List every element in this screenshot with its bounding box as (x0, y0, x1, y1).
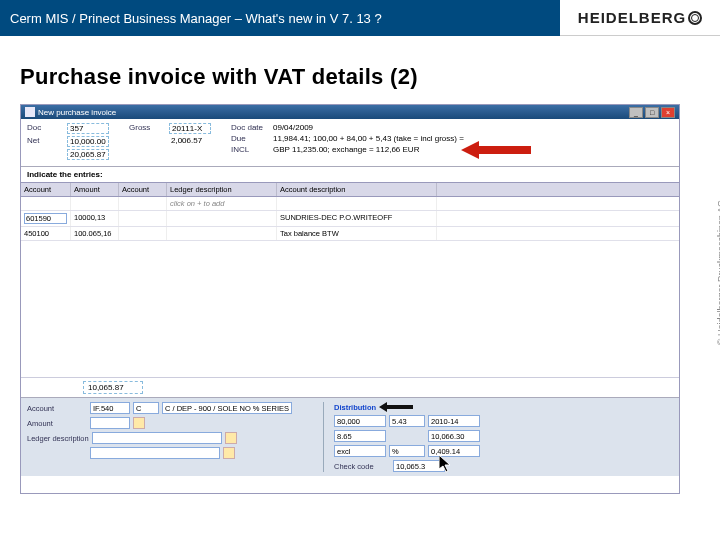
col-account[interactable]: Account (21, 183, 71, 196)
dist-pct-input[interactable] (389, 445, 425, 457)
table-row[interactable]: 450100 100.065,16 Tax balance BTW (21, 227, 679, 241)
totals-row: 10,065.87 (21, 377, 679, 397)
checkcode-input[interactable] (393, 460, 445, 472)
maximize-button[interactable]: □ (645, 107, 659, 118)
docdate-label: Doc date (231, 123, 267, 132)
folder-icon[interactable] (223, 447, 235, 459)
ledger-desc-input[interactable] (92, 432, 222, 444)
supplier-value: 20111-X (169, 123, 211, 134)
col-amount[interactable]: Amount (71, 183, 119, 196)
dist-val1-input[interactable] (334, 415, 386, 427)
close-button[interactable]: × (661, 107, 675, 118)
dist-val3-input[interactable] (428, 415, 480, 427)
account-code-input[interactable] (90, 402, 130, 414)
net-value: 10,000.00 (67, 136, 109, 147)
due-label: Due (231, 134, 267, 143)
doc-value: 357 (67, 123, 109, 134)
table-row[interactable]: click on + to add (21, 197, 679, 211)
dist-excl-input[interactable] (334, 445, 386, 457)
slide-title: Purchase invoice with VAT details (2) (0, 36, 720, 104)
app-window: New purchase invoice _ □ × Doc357 Net10,… (20, 104, 680, 494)
folder-icon[interactable] (225, 432, 237, 444)
dist-val6-input[interactable] (428, 445, 480, 457)
account-desc-input[interactable] (162, 402, 292, 414)
account-glyph-input[interactable] (133, 402, 159, 414)
slide-header: Cerm MIS / Prinect Business Manager – Wh… (0, 0, 720, 36)
distribution-link[interactable]: Distribution (334, 403, 376, 412)
checkcode-label: Check code (334, 462, 390, 471)
gross-value: 20,065.87 (67, 149, 109, 160)
account-label: Account (27, 404, 87, 413)
col-account2[interactable]: Account (119, 183, 167, 196)
dist-val5-input[interactable] (428, 430, 480, 442)
due-value: 11,984.41; 100,00 + 84,00 + 5,43 (take =… (271, 134, 466, 143)
dist-val4-input[interactable] (334, 430, 386, 442)
red-arrow-annotation (461, 141, 531, 161)
amount-input[interactable] (90, 417, 130, 429)
incl-value: GBP 11,235.00; exchange = 112,66 EUR (271, 145, 421, 154)
heidelberg-logo-icon (688, 11, 702, 25)
header-info-panel: Doc357 Net10,000.00 20,065.87 Gross20111… (21, 119, 679, 167)
copyright-text: © Heidelberger Druckmaschinen AG (716, 200, 720, 345)
window-icon (25, 107, 35, 117)
amount-sub-label (129, 136, 165, 145)
doc-label: Doc (27, 123, 63, 134)
minimize-button[interactable]: _ (629, 107, 643, 118)
row1-account-input[interactable] (24, 213, 67, 224)
docdate-value: 09/04/2009 (271, 123, 315, 132)
col-account-desc[interactable]: Account description (277, 183, 437, 196)
detail-strip: Account Amount Ledger description (21, 397, 679, 476)
svg-marker-1 (379, 402, 413, 412)
grid-header: Account Amount Account Ledger descriptio… (21, 182, 679, 197)
total-value: 10,065.87 (83, 381, 143, 394)
gross-label (27, 149, 63, 160)
grid-body: click on + to add 10000,13 SUNDRIES-DEC … (21, 197, 679, 377)
folder-icon[interactable] (133, 417, 145, 429)
table-row[interactable]: 10000,13 SUNDRIES-DEC P.O.WRITEOFF (21, 211, 679, 227)
svg-marker-0 (461, 141, 531, 159)
svg-marker-2 (439, 455, 450, 472)
amount-label: Amount (27, 419, 87, 428)
gross-label2: Gross (129, 123, 165, 134)
dist-val2-input[interactable] (389, 415, 425, 427)
net-label: Net (27, 136, 63, 147)
window-title: New purchase invoice (38, 108, 116, 117)
amount-sub-value: 2,006.57 (169, 136, 204, 145)
header-title: Cerm MIS / Prinect Business Manager – Wh… (0, 0, 560, 36)
incl-label: INCL (231, 145, 267, 154)
col-ledger-desc[interactable]: Ledger description (167, 183, 277, 196)
mouse-cursor-icon (439, 455, 453, 475)
ledger-desc-label: Ledger description (27, 434, 89, 443)
brand-logo: HEIDELBERG (560, 0, 720, 36)
entries-header: Indicate the entries: (21, 167, 679, 182)
black-arrow-annotation (379, 402, 413, 412)
extra-desc-input[interactable] (90, 447, 220, 459)
window-titlebar: New purchase invoice _ □ × (21, 105, 679, 119)
